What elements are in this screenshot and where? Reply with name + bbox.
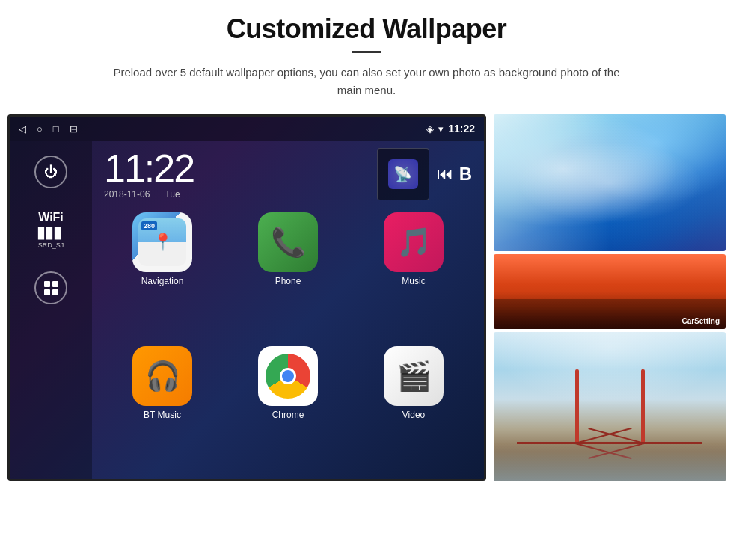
right-photos: CarSetting [494, 114, 726, 481]
navigation-label: Navigation [141, 276, 184, 286]
nav-marker-icon: 📍 [153, 233, 173, 252]
left-sidebar: ⏻ WiFi ▊▊▊ SRD_SJ [10, 141, 92, 479]
screenshot-icon[interactable]: ⊟ [70, 123, 78, 135]
bridge-photo-content [494, 332, 726, 481]
grid-dot [52, 289, 58, 295]
bt-music-label: BT Music [144, 410, 181, 420]
main-content: ◁ ○ □ ⊟ ◈ ▾ 11:22 ⏻ [7, 114, 726, 481]
grid-dot [44, 281, 50, 287]
wallpaper-ice [494, 114, 726, 251]
apps-button[interactable] [34, 271, 67, 304]
wifi-bars-icon: ▊▊▊ [38, 227, 64, 239]
carsetting-label: CarSetting [681, 317, 720, 325]
status-bar: ◁ ○ □ ⊟ ◈ ▾ 11:22 [10, 117, 484, 141]
nav-badge: 280 [141, 221, 157, 230]
chrome-center-dot [280, 368, 296, 384]
clock-time: 11:22 [104, 149, 194, 188]
media-icon-box: 📡 [377, 148, 429, 200]
bt-music-icon: 🎧 [132, 346, 192, 406]
clock-display: 11:22 2018-11-06 Tue [104, 149, 194, 200]
chrome-icon [258, 346, 318, 406]
signal-icon: ▾ [438, 123, 444, 135]
clock-date: 2018-11-06 Tue [104, 189, 194, 200]
status-bar-left: ◁ ○ □ ⊟ [19, 123, 78, 135]
wallpaper-sunset: CarSetting [494, 254, 726, 329]
video-icon: 🎬 [384, 346, 444, 406]
app-item-phone[interactable]: 📞 Phone [230, 212, 346, 337]
grid-dot [52, 281, 58, 287]
ice-photo-content [494, 114, 726, 251]
app-item-video[interactable]: 🎬 Video [355, 346, 472, 471]
status-bar-right: ◈ ▾ 11:22 [426, 123, 475, 135]
navigation-icon: 📍 280 [132, 212, 192, 272]
clock-day-value: Tue [165, 189, 180, 200]
screen-center: 11:22 2018-11-06 Tue 📡 [92, 141, 484, 479]
video-label: Video [402, 410, 425, 420]
letter-b-label: B [459, 164, 472, 185]
chrome-outer-ring [266, 354, 310, 399]
page-title: Customized Wallpaper [227, 13, 507, 45]
video-emoji: 🎬 [396, 360, 432, 393]
chrome-label: Chrome [272, 410, 304, 420]
app-item-bt-music[interactable]: 🎧 BT Music [104, 346, 221, 471]
apps-grid-icon [41, 278, 61, 298]
phone-label: Phone [275, 276, 301, 286]
wifi-widget: WiFi ▊▊▊ SRD_SJ [38, 211, 64, 249]
bt-emoji: 🎧 [145, 360, 180, 393]
wifi-label: WiFi [38, 211, 64, 224]
prev-track-icon[interactable]: ⏮ [437, 164, 453, 184]
page-container: Customized Wallpaper Preload over 5 defa… [0, 0, 733, 560]
music-icon: 🎵 [384, 212, 444, 272]
sunset-photo-content: CarSetting [494, 254, 726, 329]
recents-icon[interactable]: □ [53, 123, 59, 135]
music-label: Music [402, 276, 425, 286]
app-item-navigation[interactable]: 📍 280 Navigation [104, 212, 221, 337]
wifi-network: SRD_SJ [38, 241, 64, 249]
radio-icon: 📡 [388, 159, 418, 189]
phone-emoji: 📞 [271, 226, 306, 259]
wallpaper-bridge [494, 332, 726, 481]
app-item-music[interactable]: 🎵 Music [355, 212, 472, 337]
page-description: Preload over 5 default wallpaper options… [105, 64, 628, 99]
home-icon[interactable]: ○ [37, 123, 43, 135]
app-grid: 📍 280 Navigation 📞 Phone [92, 205, 484, 479]
media-widget: 📡 ⏮ B [377, 148, 472, 200]
clock-date-value: 2018-11-06 [104, 189, 150, 200]
app-item-chrome[interactable]: Chrome [230, 346, 346, 471]
android-screen: ◁ ○ □ ⊟ ◈ ▾ 11:22 ⏻ [7, 114, 486, 481]
screen-body: ⏻ WiFi ▊▊▊ SRD_SJ [10, 141, 484, 479]
clock-area: 11:22 2018-11-06 Tue 📡 [92, 141, 484, 205]
power-button[interactable]: ⏻ [34, 156, 67, 188]
location-icon: ◈ [426, 123, 434, 135]
phone-icon: 📞 [258, 212, 318, 272]
power-icon: ⏻ [44, 164, 58, 180]
title-divider [352, 51, 381, 53]
music-emoji: 🎵 [396, 226, 432, 259]
wifi-radio-icon: 📡 [393, 165, 412, 183]
status-time: 11:22 [448, 123, 475, 135]
grid-dot [44, 289, 50, 295]
back-icon[interactable]: ◁ [19, 123, 26, 135]
media-controls: ⏮ B [437, 164, 472, 185]
